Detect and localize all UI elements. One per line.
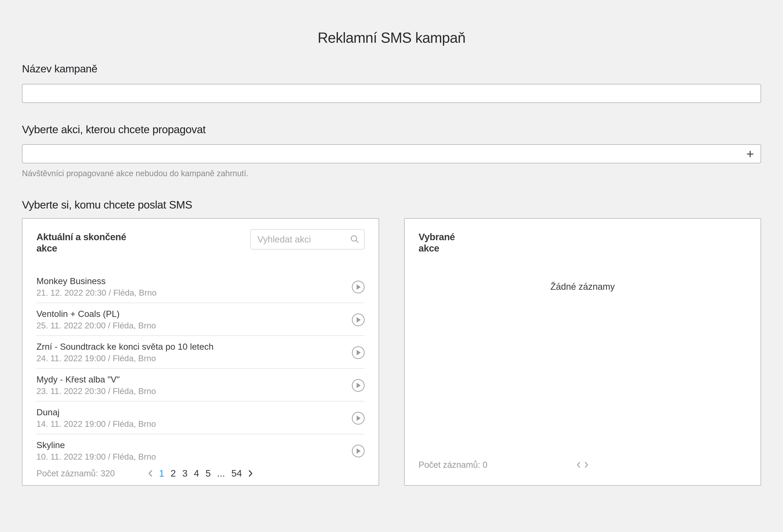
recipients-heading: Vyberte si, komu chcete poslat SMS bbox=[22, 199, 761, 211]
next-page-button[interactable] bbox=[584, 461, 589, 468]
sms-campaign-page: Reklamní SMS kampaň Název kampaně Vybert… bbox=[0, 0, 783, 532]
event-info: Ventolin + Coals (PL) 25. 11. 2022 20:00… bbox=[36, 309, 156, 330]
available-panel-title-line2: akce bbox=[36, 243, 126, 254]
campaign-name-label: Název kampaně bbox=[22, 62, 761, 75]
selected-events-panel: Vybrané akce Žádné záznamy Počet záznamů… bbox=[404, 218, 761, 486]
event-row: Ventolin + Coals (PL) 25. 11. 2022 20:00… bbox=[36, 303, 365, 336]
page-button-1[interactable]: 1 bbox=[159, 468, 164, 479]
page-button-3[interactable]: 3 bbox=[182, 468, 187, 479]
chevron-left-icon bbox=[148, 470, 153, 477]
add-event-to-selection-button[interactable] bbox=[352, 281, 365, 293]
event-row: Dunaj 14. 11. 2022 19:00 / Fléda, Brno bbox=[36, 401, 365, 434]
event-name: Monkey Business bbox=[36, 276, 157, 286]
available-event-list: Monkey Business 21. 12. 2022 20:30 / Flé… bbox=[36, 270, 365, 467]
prev-page-button[interactable] bbox=[576, 461, 581, 468]
event-name: Skyline bbox=[36, 440, 156, 450]
event-name: Dunaj bbox=[36, 407, 156, 417]
available-panel-title-line1: Aktuální a skončené bbox=[36, 231, 126, 243]
page-title: Reklamní SMS kampaň bbox=[22, 29, 761, 46]
event-search-input[interactable] bbox=[250, 229, 365, 250]
campaign-name-input[interactable] bbox=[22, 84, 761, 103]
event-name: Zrní - Soundtrack ke konci světa po 10 l… bbox=[36, 342, 214, 352]
record-count: Počet záznamů: 0 bbox=[419, 460, 488, 470]
event-selection-panels: Aktuální a skončené akce Monkey Business… bbox=[22, 218, 761, 486]
event-detail: 24. 11. 2022 19:00 / Fléda, Brno bbox=[36, 354, 214, 363]
plus-icon: + bbox=[746, 147, 754, 160]
arrow-right-icon bbox=[356, 448, 361, 454]
event-detail: 21. 12. 2022 20:30 / Fléda, Brno bbox=[36, 288, 157, 298]
available-panel-footer: Počet záznamů: 320 1 2 3 4 5 ... 54 bbox=[36, 467, 365, 480]
page-button-2[interactable]: 2 bbox=[170, 468, 176, 479]
promo-event-input[interactable] bbox=[22, 144, 761, 163]
event-row: Skyline 10. 11. 2022 19:00 / Fléda, Brno bbox=[36, 434, 365, 467]
event-search-box bbox=[250, 229, 365, 250]
available-panel-header: Aktuální a skončené akce bbox=[36, 229, 365, 254]
record-count: Počet záznamů: 320 bbox=[36, 469, 115, 478]
page-button-54[interactable]: 54 bbox=[231, 468, 242, 479]
add-event-to-selection-button[interactable] bbox=[352, 313, 365, 326]
selected-panel-footer: Počet záznamů: 0 bbox=[419, 458, 747, 472]
promo-event-label: Vyberte akci, kterou chcete propagovat bbox=[22, 123, 761, 136]
event-row: Mydy - Křest alba "V" 23. 11. 2022 20:30… bbox=[36, 369, 365, 401]
chevron-right-icon bbox=[584, 461, 589, 468]
pagination: 1 2 3 4 5 ... 54 bbox=[148, 468, 253, 479]
selected-panel-title-line1: Vybrané bbox=[419, 231, 455, 243]
arrow-right-icon bbox=[356, 284, 361, 290]
add-event-to-selection-button[interactable] bbox=[352, 412, 365, 425]
event-info: Skyline 10. 11. 2022 19:00 / Fléda, Brno bbox=[36, 440, 156, 462]
event-detail: 23. 11. 2022 20:30 / Fléda, Brno bbox=[36, 387, 156, 396]
promo-event-helper-text: Návštěvníci propagované akce nebudou do … bbox=[22, 169, 761, 178]
selected-panel-title-line2: akce bbox=[419, 243, 455, 254]
arrow-right-icon bbox=[356, 415, 361, 422]
promo-event-select: + bbox=[22, 144, 761, 163]
arrow-right-icon bbox=[356, 350, 361, 356]
prev-page-button[interactable] bbox=[148, 470, 153, 477]
page-button-5[interactable]: 5 bbox=[206, 468, 211, 479]
arrow-right-icon bbox=[356, 317, 361, 323]
empty-state-text: Žádné záznamy bbox=[419, 281, 747, 292]
event-info: Zrní - Soundtrack ke konci světa po 10 l… bbox=[36, 342, 214, 363]
event-info: Mydy - Křest alba "V" 23. 11. 2022 20:30… bbox=[36, 374, 156, 396]
event-info: Monkey Business 21. 12. 2022 20:30 / Flé… bbox=[36, 276, 157, 298]
chevron-left-icon bbox=[576, 461, 581, 468]
event-row: Zrní - Soundtrack ke konci světa po 10 l… bbox=[36, 336, 365, 369]
event-info: Dunaj 14. 11. 2022 19:00 / Fléda, Brno bbox=[36, 407, 156, 429]
page-button-4[interactable]: 4 bbox=[194, 468, 199, 479]
chevron-right-icon bbox=[248, 470, 253, 477]
event-detail: 14. 11. 2022 19:00 / Fléda, Brno bbox=[36, 419, 156, 429]
add-event-to-selection-button[interactable] bbox=[352, 379, 365, 392]
selected-panel-header: Vybrané akce bbox=[419, 229, 747, 254]
page-ellipsis: ... bbox=[217, 468, 225, 479]
arrow-right-icon bbox=[356, 382, 361, 389]
event-name: Ventolin + Coals (PL) bbox=[36, 309, 156, 319]
available-events-panel: Aktuální a skončené akce Monkey Business… bbox=[22, 218, 379, 486]
add-event-to-selection-button[interactable] bbox=[352, 445, 365, 457]
event-detail: 10. 11. 2022 19:00 / Fléda, Brno bbox=[36, 452, 156, 462]
event-row: Monkey Business 21. 12. 2022 20:30 / Flé… bbox=[36, 270, 365, 303]
event-detail: 25. 11. 2022 20:00 / Fléda, Brno bbox=[36, 321, 156, 330]
selected-panel-title: Vybrané akce bbox=[419, 231, 455, 254]
next-page-button[interactable] bbox=[248, 470, 253, 477]
available-panel-title: Aktuální a skončené akce bbox=[36, 231, 126, 254]
add-promo-event-button[interactable]: + bbox=[741, 145, 760, 163]
event-name: Mydy - Křest alba "V" bbox=[36, 374, 156, 385]
pagination bbox=[576, 461, 589, 468]
add-event-to-selection-button[interactable] bbox=[352, 346, 365, 359]
